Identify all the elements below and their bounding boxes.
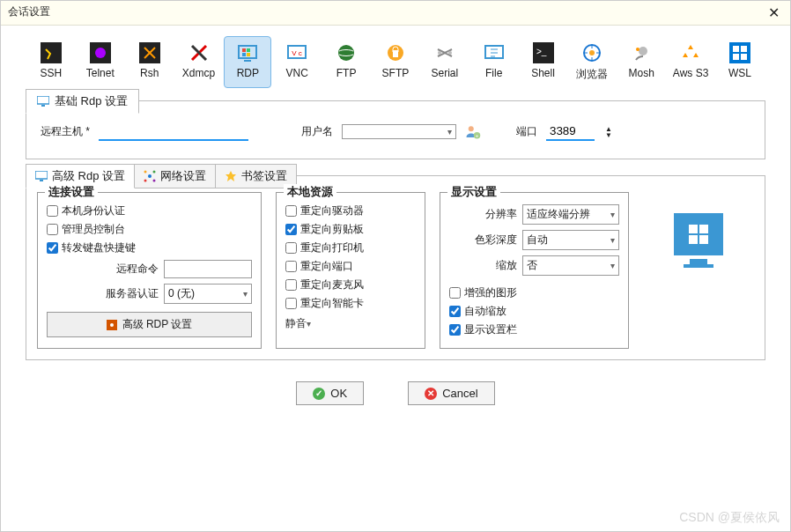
show-bar-checkbox[interactable] <box>449 324 461 336</box>
protocol-vnc[interactable]: V cVNC <box>273 36 321 88</box>
protocol-rsh[interactable]: Rsh <box>126 36 174 88</box>
remote-cmd-label: 远程命令 <box>116 262 159 277</box>
auto-zoom-checkbox[interactable] <box>449 306 461 317</box>
svg-rect-34 <box>35 171 48 179</box>
cancel-button[interactable]: ✕Cancel <box>408 381 494 405</box>
redirect-mic-checkbox[interactable] <box>285 279 297 291</box>
audio-select[interactable]: 静音▾ <box>285 316 416 331</box>
admin-label: 管理员控制台 <box>62 222 125 237</box>
resolution-value: 适应终端分辨 <box>527 207 590 222</box>
svg-rect-29 <box>37 96 49 104</box>
redirect-drives-checkbox[interactable] <box>285 205 297 217</box>
svg-point-39 <box>144 180 147 182</box>
redirect-ports-checkbox[interactable] <box>285 261 297 272</box>
protocol-ftp[interactable]: FTP <box>322 36 370 88</box>
protocol-label: Serial <box>424 67 466 79</box>
cancel-label: Cancel <box>442 387 477 400</box>
svg-point-21 <box>589 50 595 55</box>
username-label: 用户名 <box>301 124 333 139</box>
svg-point-2 <box>95 48 106 58</box>
user-icon[interactable]: + <box>465 124 481 140</box>
svg-point-37 <box>144 171 147 174</box>
close-icon[interactable]: ✕ <box>765 4 783 21</box>
group-legend: 显示设置 <box>447 184 500 200</box>
port-spinner[interactable]: ▲▼ <box>605 126 612 138</box>
redirect-ports-label: 重定向端口 <box>300 259 353 274</box>
color-depth-select[interactable]: 自动▾ <box>522 230 619 250</box>
protocol-label: Rsh <box>129 67 171 79</box>
protocol-shell[interactable]: >_Shell <box>520 36 567 88</box>
redirect-printers-checkbox[interactable] <box>285 242 297 254</box>
protocol-icon: V c <box>286 42 307 63</box>
protocol-file[interactable]: File <box>470 36 518 88</box>
server-auth-value: 0 (无) <box>168 286 195 301</box>
svg-point-40 <box>153 180 156 182</box>
username-combo[interactable]: ▾ <box>342 124 456 139</box>
protocol-icon <box>385 42 406 63</box>
port-input[interactable] <box>546 122 595 141</box>
protocol-icon <box>90 42 111 63</box>
svg-rect-8 <box>242 53 246 56</box>
svg-rect-30 <box>41 105 45 107</box>
protocol-xdmcp[interactable]: Xdmcp <box>175 36 223 88</box>
auto-zoom-label: 自动缩放 <box>464 304 506 319</box>
zoom-value: 否 <box>527 258 537 273</box>
protocol-label: Mosh <box>620 67 662 79</box>
protocol-ssh[interactable]: SSH <box>27 36 75 88</box>
redirect-smartcard-checkbox[interactable] <box>285 298 297 309</box>
protocol-rdp[interactable]: RDP <box>224 36 271 88</box>
protocol-icon <box>680 42 701 63</box>
chevron-down-icon: ▾ <box>307 319 311 329</box>
admin-checkbox[interactable] <box>47 224 58 235</box>
display-preview <box>643 192 754 349</box>
protocol-浏览器[interactable]: 浏览器 <box>568 36 616 88</box>
redirect-clipboard-checkbox[interactable] <box>285 224 297 235</box>
svg-text:>_: >_ <box>536 47 547 56</box>
protocol-mosh[interactable]: Mosh <box>617 36 665 88</box>
protocol-wsl[interactable]: WSL <box>716 36 764 88</box>
advanced-rdp-button[interactable]: 高级 RDP 设置 <box>47 312 252 337</box>
basic-tab: 基础 Rdp 设置 <box>26 89 139 114</box>
protocol-selector: SSHTelnetRshXdmcpRDPV cVNCFTPSFTPSerialF… <box>1 26 790 88</box>
monitor-icon <box>37 96 49 107</box>
watermark: CSDN @夏侯依风 <box>679 510 780 526</box>
svg-point-15 <box>438 51 441 55</box>
server-auth-select[interactable]: 0 (无)▾ <box>164 284 252 304</box>
svg-rect-0 <box>41 42 62 63</box>
ok-button[interactable]: ✓OK <box>296 381 364 405</box>
cross-icon: ✕ <box>425 388 437 400</box>
protocol-aws s3[interactable]: Aws S3 <box>667 36 714 88</box>
network-icon <box>144 170 156 182</box>
protocol-serial[interactable]: Serial <box>421 36 469 88</box>
svg-point-36 <box>148 174 152 178</box>
nla-label: 本机身份认证 <box>62 203 125 218</box>
protocol-label: File <box>473 67 515 79</box>
svg-rect-6 <box>242 48 246 52</box>
svg-point-22 <box>639 47 647 55</box>
redirect-printers-label: 重定向打印机 <box>300 240 364 255</box>
protocol-label: SSH <box>30 67 72 79</box>
tab-network[interactable]: 网络设置 <box>135 164 216 188</box>
redirect-mic-label: 重定向麦克风 <box>300 277 364 292</box>
resolution-label: 分辨率 <box>485 207 517 222</box>
svg-rect-35 <box>40 180 43 181</box>
remote-host-input[interactable] <box>99 122 248 141</box>
chevron-down-icon: ▾ <box>243 289 248 299</box>
monitor-icon <box>35 171 48 181</box>
server-auth-label: 服务器认证 <box>106 286 159 301</box>
nla-checkbox[interactable] <box>47 205 58 217</box>
protocol-label: SFTP <box>374 67 417 79</box>
svg-marker-41 <box>225 171 236 181</box>
svg-text:V c: V c <box>292 49 302 57</box>
zoom-select[interactable]: 否▾ <box>522 255 619 276</box>
resolution-select[interactable]: 适应终端分辨▾ <box>522 204 619 225</box>
basic-settings-box: 基础 Rdp 设置 远程主机 * 用户名 ▾ + 端口 ▲▼ <box>26 100 765 159</box>
forward-keys-checkbox[interactable] <box>47 242 58 254</box>
protocol-telnet[interactable]: Telnet <box>77 36 124 88</box>
chevron-down-icon: ▾ <box>610 235 615 245</box>
svg-point-43 <box>110 323 114 327</box>
protocol-icon <box>189 42 210 63</box>
remote-cmd-input[interactable] <box>164 260 252 278</box>
protocol-sftp[interactable]: SFTP <box>372 36 419 88</box>
enhanced-graphics-checkbox[interactable] <box>449 287 461 299</box>
